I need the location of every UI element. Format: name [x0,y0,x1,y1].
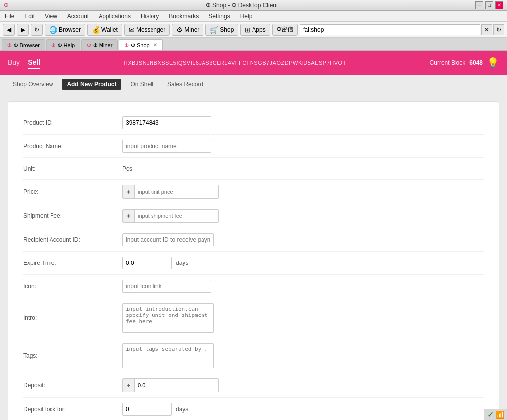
product-id-input[interactable] [122,116,211,129]
current-block-label: Current Block [430,59,466,66]
shop-icon: 🛒 [210,26,218,34]
maximize-button[interactable]: □ [485,1,493,9]
deposit-label: Deposit: [23,382,122,389]
shop-button[interactable]: 🛒 Shop [205,24,238,36]
product-id-label: Product ID: [23,119,122,126]
wallet-icon: 💰 [92,26,100,34]
title-bar: Φ Φ Shop - Φ DeskTop Client ─ □ ✕ [0,0,507,11]
menu-settings[interactable]: Settings [205,12,233,21]
toolbar: ◀ ▶ ↻ 🌐 Browser 💰 Wallet ✉ Messenger ⚙ M… [0,22,507,38]
expire-days-label: days [176,260,188,266]
unit-row: Unit: Pcs [23,158,484,180]
menu-file[interactable]: File [2,12,17,21]
go-button[interactable]: ↻ [493,24,504,35]
app-nav: Buy Sell [8,56,40,69]
wallet-button[interactable]: 💰 Wallet [87,24,122,36]
nav-buy[interactable]: Buy [8,56,20,69]
icon-input[interactable] [122,280,211,293]
menu-applications[interactable]: Applications [96,12,134,21]
app-bar: Buy Sell HXBJSNJNBXSSE5IQSVIL6JAS3CLRLAV… [0,51,507,75]
menu-history[interactable]: History [138,12,162,21]
price-input[interactable] [135,185,218,198]
nav-add-new-product[interactable]: Add New Product [62,79,121,90]
tags-label: Tags: [23,352,122,359]
icon-row: Icon: [23,275,484,298]
tab-help[interactable]: Φ Φ Help [46,39,80,50]
browser-icon: 🌐 [49,26,57,34]
close-button[interactable]: ✕ [495,1,503,9]
signal-icon: 📶 [496,411,504,419]
tab-browser[interactable]: Φ Φ Browser [2,39,45,50]
deposit-lock-input[interactable] [122,403,172,416]
menu-edit[interactable]: Edit [21,12,38,21]
block-icon: 💡 [487,57,499,69]
menu-view[interactable]: View [42,12,60,21]
recipient-account-label: Recipient Account ID: [23,236,122,243]
messenger-icon: ✉ [129,26,135,34]
tab-miner[interactable]: Φ Φ Miner [81,39,118,50]
expire-time-group: days [122,257,188,269]
product-name-input[interactable] [122,140,211,153]
menu-help[interactable]: Help [237,12,255,21]
address-bar[interactable] [300,24,480,35]
nav-on-shelf[interactable]: On Shelf [125,79,158,90]
deposit-input[interactable] [135,379,218,392]
messenger-button[interactable]: ✉ Messenger [124,24,170,36]
tab-help-icon: Φ [51,42,56,48]
price-label: Price: [23,188,122,195]
product-name-label: Product Name: [23,143,122,150]
current-block-value: 6048 [469,59,483,66]
intro-row: Intro: [23,298,484,338]
tab-shop[interactable]: Φ Φ Shop ✕ [119,39,162,50]
apps-button[interactable]: ⊞ Apps [240,24,270,36]
wallet-address: HXBJSNJNBXSSE5IQSVIL6JAS3CLRLAVFFCFNSGB7… [40,60,430,66]
zhongmi-button[interactable]: Φ密信 [272,24,298,36]
tab-shop-close[interactable]: ✕ [153,42,157,48]
deposit-lock-row: Deposit lock for: days [23,398,484,420]
check-icon: ✓ [487,410,494,419]
forward-button[interactable]: ▶ [17,24,29,36]
intro-textarea[interactable] [122,303,214,333]
tab-shop-icon: Φ [124,42,129,48]
apps-icon: ⊞ [245,26,251,34]
shipment-fee-input[interactable] [135,210,218,222]
expire-time-label: Expire Time: [23,260,122,266]
browser-button[interactable]: 🌐 Browser [45,24,85,36]
deposit-icon: ♦ [123,379,135,392]
minimize-button[interactable]: ─ [475,1,483,9]
app-icon: Φ [4,2,9,9]
expire-time-row: Expire Time: days [23,252,484,275]
stop-button[interactable]: ✕ [481,24,492,35]
recipient-account-input[interactable] [122,233,214,246]
product-name-row: Product Name: [23,135,484,158]
menu-bookmarks[interactable]: Bookmarks [166,12,202,21]
deposit-input-group: ♦ [122,378,219,392]
tabs-bar: Φ Φ Browser Φ Φ Help Φ Φ Miner Φ Φ Shop … [0,38,507,51]
deposit-row: Deposit: ♦ [23,373,484,398]
content-area: Product ID: Product Name: Unit: Pcs Pric… [0,93,507,420]
tab-browser-icon: Φ [7,42,12,48]
unit-label: Unit: [23,165,122,172]
deposit-lock-group: days [122,403,188,416]
price-row: Price: ♦ [23,180,484,204]
current-block: Current Block 6048 💡 [430,57,499,69]
back-button[interactable]: ◀ [3,24,15,36]
menu-bar: File Edit View Account Applications Hist… [0,11,507,22]
price-icon: ♦ [123,185,135,198]
tags-textarea[interactable] [122,343,214,368]
recipient-account-row: Recipient Account ID: [23,228,484,252]
window-controls: ─ □ ✕ [475,1,503,9]
nav-sales-record[interactable]: Sales Record [162,79,208,90]
expire-time-input[interactable] [122,257,172,269]
icon-label: Icon: [23,283,122,290]
menu-account[interactable]: Account [64,12,92,21]
reload-button[interactable]: ↻ [31,24,43,36]
intro-label: Intro: [23,315,122,321]
deposit-lock-days-label: days [176,406,188,413]
miner-button[interactable]: ⚙ Miner [172,24,203,36]
nav-sell[interactable]: Sell [28,56,40,69]
shipment-fee-input-group: ♦ [122,209,219,223]
deposit-lock-label: Deposit lock for: [23,406,122,413]
shipment-fee-label: Shipment Fee: [23,212,122,219]
nav-shop-overview[interactable]: Shop Overview [8,79,58,90]
